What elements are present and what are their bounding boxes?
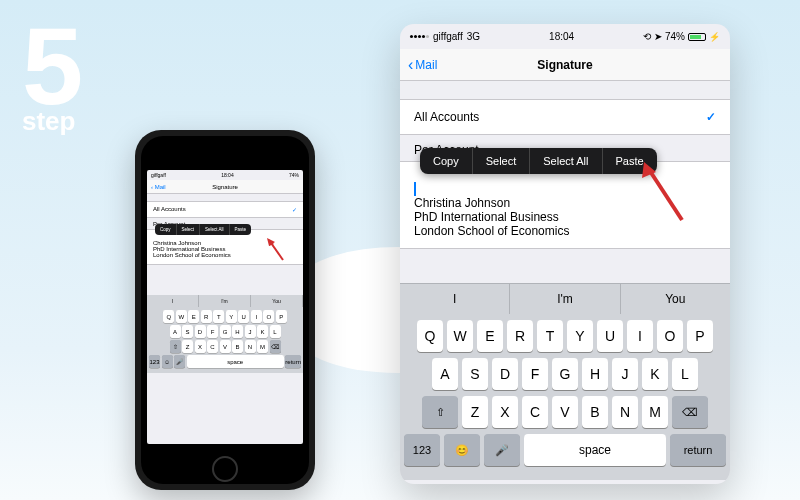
checkmark-icon: ✓ [706, 110, 716, 124]
key-f[interactable]: F [522, 358, 548, 390]
key-d[interactable]: D [492, 358, 518, 390]
chevron-left-icon: ‹ [408, 56, 413, 74]
key-x[interactable]: X [492, 396, 518, 428]
key-r[interactable]: R [507, 320, 533, 352]
suggestion[interactable]: You [621, 284, 730, 314]
key-l[interactable]: L [672, 358, 698, 390]
all-accounts-row[interactable]: All Accounts✓ [400, 99, 730, 135]
step-badge: 5 step [22, 22, 77, 137]
shift-key[interactable]: ⇧ [422, 396, 458, 428]
key-y[interactable]: Y [567, 320, 593, 352]
backspace-key[interactable]: ⌫ [672, 396, 708, 428]
key-z[interactable]: Z [462, 396, 488, 428]
context-copy[interactable]: Copy [420, 148, 473, 174]
step-label: step [22, 106, 77, 137]
key-p[interactable]: P [687, 320, 713, 352]
key-h[interactable]: H [582, 358, 608, 390]
context-select[interactable]: Select [473, 148, 531, 174]
key-n[interactable]: N [612, 396, 638, 428]
page-title: Signature [537, 58, 592, 72]
phone-screen-zoom: giffgaff3G 18:04 ⟲ ➤74%⚡ ‹Mail Signature… [400, 24, 730, 484]
key-j[interactable]: J [612, 358, 638, 390]
signature-line: London School of Economics [414, 224, 716, 238]
home-button[interactable] [212, 456, 238, 482]
space-key[interactable]: space [524, 434, 666, 466]
key-t[interactable]: T [537, 320, 563, 352]
svg-line-2 [648, 168, 682, 220]
key-v[interactable]: V [552, 396, 578, 428]
phone-screen-small: giffgaff18:0474% ‹ MailSignature All Acc… [147, 170, 303, 444]
key-a[interactable]: A [432, 358, 458, 390]
context-select-all[interactable]: Select All [530, 148, 602, 174]
status-bar: giffgaff3G 18:04 ⟲ ➤74%⚡ [400, 24, 730, 49]
key-u[interactable]: U [597, 320, 623, 352]
annotation-arrow [638, 162, 686, 224]
key-b[interactable]: B [582, 396, 608, 428]
status-time: 18:04 [549, 31, 574, 42]
quicktype-bar: I I'm You [400, 283, 730, 314]
emoji-key[interactable]: 😊 [444, 434, 480, 466]
context-menu: Copy Select Select All Paste [420, 148, 657, 174]
key-o[interactable]: O [657, 320, 683, 352]
phone-mockup: giffgaff18:0474% ‹ MailSignature All Acc… [135, 130, 315, 490]
key-i[interactable]: I [627, 320, 653, 352]
signature-textarea[interactable]: Copy Select Select All Paste Christina J… [400, 161, 730, 249]
keyboard: QWERTYUIOP ASDFGHJKL ⇧ ZXCVBNM ⌫ 123 😊 🎤… [400, 314, 730, 480]
suggestion[interactable]: I [400, 284, 510, 314]
back-button[interactable]: ‹Mail [408, 56, 437, 74]
step-number: 5 [22, 22, 77, 110]
numbers-key[interactable]: 123 [404, 434, 440, 466]
key-s[interactable]: S [462, 358, 488, 390]
dictation-key[interactable]: 🎤 [484, 434, 520, 466]
key-e[interactable]: E [477, 320, 503, 352]
text-cursor [414, 182, 416, 196]
key-c[interactable]: C [522, 396, 548, 428]
key-g[interactable]: G [552, 358, 578, 390]
key-k[interactable]: K [642, 358, 668, 390]
nav-bar: ‹Mail Signature [400, 49, 730, 81]
key-w[interactable]: W [447, 320, 473, 352]
key-q[interactable]: Q [417, 320, 443, 352]
suggestion[interactable]: I'm [510, 284, 620, 314]
return-key[interactable]: return [670, 434, 726, 466]
key-m[interactable]: M [642, 396, 668, 428]
